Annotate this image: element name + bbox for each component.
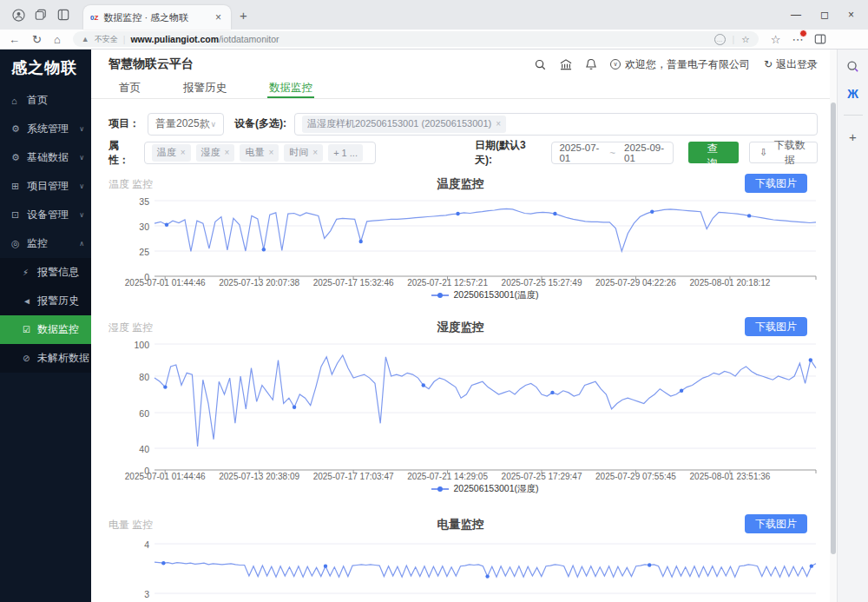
x-axis-tick-label: 2025-07-17 15:32:46 bbox=[313, 278, 394, 288]
data-point-marker bbox=[809, 358, 812, 361]
sidebar-item-device-management[interactable]: ⊡ 设备管理 ∨ bbox=[0, 201, 91, 229]
download-image-button[interactable]: 下载图片 bbox=[745, 174, 807, 193]
sidebar-item-system-management[interactable]: ⚙ 系统管理 ∨ bbox=[0, 115, 91, 143]
home-browser-icon[interactable]: ⌂ bbox=[54, 34, 61, 45]
tab-alarm-history[interactable]: 报警历史 bbox=[181, 79, 228, 98]
download-image-button[interactable]: 下载图片 bbox=[745, 317, 807, 336]
home-icon: ⌂ bbox=[11, 96, 27, 106]
scrollbar-thumb[interactable] bbox=[831, 103, 836, 554]
refresh-icon[interactable]: ↻ bbox=[32, 34, 42, 45]
remove-tag-icon[interactable]: × bbox=[181, 148, 186, 157]
remove-tag-icon[interactable]: × bbox=[312, 148, 318, 157]
remove-tag-icon[interactable]: × bbox=[268, 148, 273, 157]
tab-close-icon[interactable]: × bbox=[213, 11, 224, 23]
x-axis-tick-label: 2025-07-17 17:03:47 bbox=[313, 472, 394, 481]
organization-icon[interactable] bbox=[560, 59, 572, 70]
tab-home[interactable]: 首页 bbox=[117, 79, 142, 98]
x-axis-labels: 2025-07-01 01:44:462025-07-13 20:07:3820… bbox=[155, 276, 816, 288]
address-bar[interactable]: ▲ 不安全 | www.puliangiot.com/iotdatamonito… bbox=[73, 31, 759, 47]
query-button[interactable]: 查 询 bbox=[688, 142, 739, 163]
favorite-star-icon[interactable]: ☆ bbox=[741, 34, 749, 44]
data-point-marker bbox=[648, 563, 651, 566]
edge-app-icon[interactable]: Ж bbox=[847, 87, 858, 101]
logout-button[interactable]: ↻ 退出登录 bbox=[764, 57, 818, 72]
download-image-button[interactable]: 下载图片 bbox=[745, 514, 807, 533]
data-point-marker bbox=[550, 391, 554, 394]
sidebar-item-project-management[interactable]: ⊞ 项目管理 ∨ bbox=[0, 172, 91, 201]
data-point-marker bbox=[747, 214, 751, 217]
chevron-down-icon: ∨ bbox=[79, 211, 84, 219]
split-screen-icon[interactable] bbox=[814, 33, 826, 45]
new-tab-icon[interactable]: + bbox=[240, 8, 247, 23]
remove-tag-icon[interactable]: × bbox=[496, 119, 501, 129]
sidebar-item-alarm-info[interactable]: ⚡ 报警信息 bbox=[0, 258, 91, 287]
chevron-down-icon: ∨ bbox=[79, 154, 84, 162]
y-axis-tick-label: 35 bbox=[139, 196, 149, 207]
device-label: 设备(多选): bbox=[234, 116, 286, 131]
maximize-icon[interactable]: ◻ bbox=[820, 9, 829, 21]
project-select[interactable]: 普量2025款4... ∨ bbox=[148, 113, 224, 136]
x-axis-tick-label: 2025-07-01 01:44:46 bbox=[125, 278, 206, 288]
attribute-multiselect[interactable]: 温度× 湿度× 电量× 时间× + 1 ... bbox=[144, 142, 376, 164]
humidity-line-chart bbox=[155, 344, 816, 470]
data-point-marker bbox=[293, 406, 296, 409]
history-icon: ◄ bbox=[23, 296, 37, 306]
remove-tag-icon[interactable]: × bbox=[225, 148, 230, 157]
y-axis-tick-label: 60 bbox=[139, 408, 149, 419]
sidebar-item-base-data[interactable]: ⚙ 基础数据 ∨ bbox=[0, 143, 91, 172]
minimize-icon[interactable]: — bbox=[791, 9, 801, 21]
chart-title: 温度监控 bbox=[91, 176, 830, 192]
date-range-input[interactable]: 2025-07-01 ~ 2025-09-01 bbox=[551, 142, 674, 164]
sidebar-search-icon[interactable] bbox=[846, 60, 859, 73]
profile-icon[interactable] bbox=[7, 3, 30, 26]
y-axis-tick-label: 25 bbox=[139, 247, 149, 257]
url-text: www.puliangiot.com/iotdatamonitor bbox=[130, 34, 279, 44]
x-axis-labels bbox=[155, 593, 816, 602]
browser-tab[interactable]: 0Z 数据监控 · 感之物联 × bbox=[83, 5, 231, 30]
data-line bbox=[155, 208, 816, 251]
window-close-icon[interactable]: × bbox=[848, 9, 854, 21]
x-axis-tick-label: 2025-07-21 14:29:05 bbox=[407, 472, 488, 481]
data-point-marker bbox=[456, 212, 459, 215]
add-sidebar-app-icon[interactable]: + bbox=[849, 129, 857, 144]
device-icon: ⊡ bbox=[11, 209, 27, 221]
not-secure-label: 不安全 bbox=[95, 34, 118, 45]
x-axis-tick-label: 2025-07-29 04:22:26 bbox=[595, 278, 676, 288]
alarm-icon: ⚡ bbox=[23, 268, 37, 277]
data-line bbox=[155, 562, 816, 577]
sidebar-item-data-monitoring[interactable]: ☑ 数据监控 bbox=[0, 315, 91, 344]
sidebar-item-unparsed-data[interactable]: ⊘ 未解析数据 bbox=[0, 344, 91, 373]
data-point-marker bbox=[553, 212, 556, 215]
favorites-bar-icon[interactable]: ☆ bbox=[771, 33, 781, 46]
chart-title: 湿度监控 bbox=[91, 320, 830, 335]
sidebar-item-home[interactable]: ⌂ 首页 bbox=[0, 86, 91, 115]
sidebar-item-monitoring[interactable]: ◎ 监控 ∧ bbox=[0, 229, 91, 258]
reading-mode-icon[interactable]: … bbox=[714, 34, 726, 45]
search-icon[interactable] bbox=[535, 59, 546, 70]
attr-tag-more[interactable]: + 1 ... bbox=[328, 144, 363, 162]
data-point-marker bbox=[680, 389, 683, 393]
chart-legend[interactable]: 202506153001(温度) bbox=[155, 288, 816, 302]
device-multiselect[interactable]: 温湿度样机202506153001 (202506153001) × bbox=[294, 113, 818, 136]
browser-titlebar: 0Z 数据监控 · 感之物联 × + — ◻ × bbox=[0, 0, 868, 30]
y-axis-labels: 1008060400 bbox=[91, 344, 155, 470]
tab-actions-icon[interactable] bbox=[52, 3, 75, 26]
chevron-down-icon: ∨ bbox=[210, 120, 216, 129]
download-data-button[interactable]: ⇩ 下载数据 bbox=[749, 142, 818, 163]
bell-icon[interactable] bbox=[586, 58, 596, 70]
x-axis-tick-label: 2025-08-01 20:18:12 bbox=[690, 278, 771, 288]
chart-legend[interactable]: 202506153001(湿度) bbox=[155, 481, 816, 496]
browser-menu-icon[interactable]: ⋯ bbox=[792, 33, 803, 46]
battery-line-chart bbox=[155, 544, 816, 593]
tab-data-monitoring[interactable]: 数据监控 bbox=[267, 79, 314, 98]
sidebar-item-alarm-history[interactable]: ◄ 报警历史 bbox=[0, 287, 91, 315]
workspaces-icon[interactable] bbox=[30, 3, 52, 26]
welcome-text[interactable]: ∨ 欢迎您，普量电子有限公司 bbox=[610, 57, 750, 72]
back-icon[interactable]: ← bbox=[9, 34, 20, 45]
favicon: 0Z bbox=[90, 14, 98, 22]
update-badge bbox=[799, 30, 807, 37]
data-point-marker bbox=[485, 574, 489, 578]
chart-canvas bbox=[155, 344, 816, 477]
gear-icon: ⚙ bbox=[11, 123, 27, 135]
temperature-line-chart bbox=[155, 201, 816, 276]
